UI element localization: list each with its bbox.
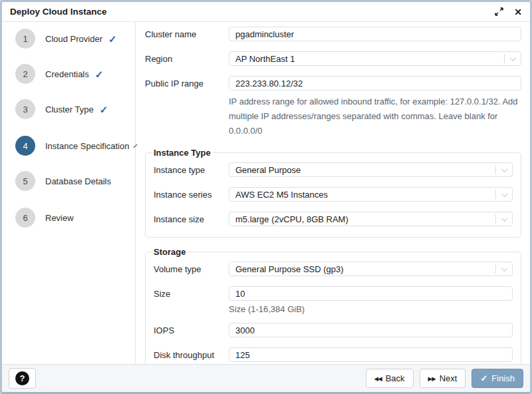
next-button[interactable]: ▶▶ Next [420, 369, 466, 388]
next-icon: ▶▶ [428, 376, 436, 382]
instance-type-value: General Purpose [229, 165, 495, 175]
step-number: 5 [15, 171, 35, 191]
volume-type-value: General Purpose SSD (gp3) [229, 264, 495, 274]
step-credentials[interactable]: 2 Credentials ✓ [15, 64, 135, 84]
size-label: Size [154, 289, 229, 299]
iops-input[interactable] [229, 323, 513, 337]
storage-fieldset: Storage Volume type General Purpose SSD … [145, 247, 521, 364]
region-value: AP NorthEast 1 [229, 54, 504, 64]
instance-series-value: AWS EC2 M5 Instances [229, 190, 495, 200]
step-number: 4 [15, 136, 35, 156]
finish-check-icon: ✓ [480, 374, 487, 383]
disk-throughput-label: Disk throughput [154, 350, 229, 360]
step-number: 6 [15, 208, 35, 228]
cluster-name-row: Cluster name [145, 27, 521, 41]
chevron-down-icon[interactable] [505, 52, 521, 65]
step-number: 1 [15, 29, 35, 49]
instance-size-row: Instance size m5.large (2vCPU, 8GB RAM) [154, 212, 513, 226]
size-input[interactable] [229, 286, 513, 301]
window-controls: ✕ [495, 7, 522, 17]
instance-type-row: Instance type General Purpose [154, 162, 513, 177]
step-number: 3 [15, 99, 35, 119]
help-icon: ? [15, 371, 29, 385]
dialog-title: Deploy Cloud Instance [10, 7, 495, 17]
region-label: Region [145, 54, 229, 64]
check-icon: ✓ [95, 69, 104, 79]
footer-actions: ◀◀ Back ▶▶ Next ✓ Finish [366, 369, 523, 388]
step-label: Database Details [45, 176, 111, 186]
step-label: Credentials [45, 69, 89, 79]
volume-type-label: Volume type [154, 264, 229, 274]
instance-size-label: Instance size [154, 214, 229, 224]
size-help-text: Size (1-16,384 GiB) [229, 304, 513, 314]
step-cloud-provider[interactable]: 1 Cloud Provider ✓ [15, 29, 135, 49]
chevron-down-icon[interactable] [496, 212, 512, 226]
iops-label: IOPS [154, 325, 229, 335]
step-label: Instance Specification [45, 141, 129, 151]
public-ip-row: Public IP range [145, 76, 521, 91]
help-button[interactable]: ? [9, 368, 36, 389]
public-ip-label: Public IP range [145, 79, 229, 89]
disk-throughput-row: Disk throughput [154, 347, 513, 362]
back-icon: ◀◀ [374, 376, 382, 382]
deploy-cloud-instance-dialog: Deploy Cloud Instance ✕ 1 Cloud Provider… [0, 0, 532, 394]
step-review[interactable]: 6 Review [15, 208, 135, 228]
chevron-down-icon[interactable] [496, 163, 512, 176]
step-label: Review [45, 213, 74, 223]
finish-button-label: Finish [491, 373, 515, 383]
public-ip-input[interactable] [229, 76, 521, 91]
size-row: Size [154, 286, 513, 301]
instance-series-row: Instance series AWS EC2 M5 Instances [154, 187, 513, 202]
close-icon[interactable]: ✕ [514, 7, 522, 17]
instance-type-legend: Instance Type [153, 148, 213, 158]
disk-throughput-input[interactable] [229, 347, 513, 362]
cluster-name-input[interactable] [229, 27, 521, 41]
instance-type-fieldset: Instance Type Instance type General Purp… [145, 148, 521, 238]
instance-specification-form: Cluster name Region AP NorthEast 1 Publi… [136, 22, 530, 364]
chevron-down-icon[interactable] [496, 262, 512, 276]
instance-series-label: Instance series [154, 190, 229, 200]
instance-size-select[interactable]: m5.large (2vCPU, 8GB RAM) [229, 212, 513, 226]
step-cluster-type[interactable]: 3 Cluster Type ✓ [15, 99, 135, 119]
step-number: 2 [15, 64, 35, 84]
instance-size-value: m5.large (2vCPU, 8GB RAM) [229, 214, 495, 224]
back-button-label: Back [386, 373, 405, 383]
volume-type-row: Volume type General Purpose SSD (gp3) [154, 262, 513, 276]
dialog-footer: ? ◀◀ Back ▶▶ Next ✓ Finish [2, 364, 530, 392]
region-row: Region AP NorthEast 1 [145, 51, 521, 66]
dialog-body: 1 Cloud Provider ✓ 2 Credentials ✓ 3 Clu… [2, 22, 530, 364]
maximize-icon[interactable] [495, 7, 503, 16]
volume-type-select[interactable]: General Purpose SSD (gp3) [229, 262, 513, 276]
step-instance-specification[interactable]: 4 Instance Specification [15, 136, 135, 156]
public-ip-help-text: IP address range for allowed inbound tra… [229, 95, 521, 138]
check-icon: ✓ [108, 34, 117, 44]
chevron-down-icon[interactable] [496, 188, 512, 201]
step-label: Cluster Type [45, 104, 94, 114]
next-button-label: Next [440, 373, 458, 383]
instance-type-select[interactable]: General Purpose [229, 162, 513, 177]
dialog-header: Deploy Cloud Instance ✕ [2, 2, 530, 22]
storage-legend: Storage [153, 247, 188, 257]
iops-row: IOPS [154, 323, 513, 337]
step-database-details[interactable]: 5 Database Details [15, 171, 135, 191]
instance-series-select[interactable]: AWS EC2 M5 Instances [229, 187, 513, 202]
finish-button[interactable]: ✓ Finish [471, 369, 523, 388]
cluster-name-label: Cluster name [145, 29, 229, 39]
region-select[interactable]: AP NorthEast 1 [229, 51, 521, 66]
step-label: Cloud Provider [45, 34, 102, 44]
back-button[interactable]: ◀◀ Back [366, 369, 414, 388]
instance-type-label: Instance type [154, 165, 229, 175]
wizard-steps-sidebar: 1 Cloud Provider ✓ 2 Credentials ✓ 3 Clu… [2, 22, 136, 364]
check-icon: ✓ [100, 104, 108, 114]
